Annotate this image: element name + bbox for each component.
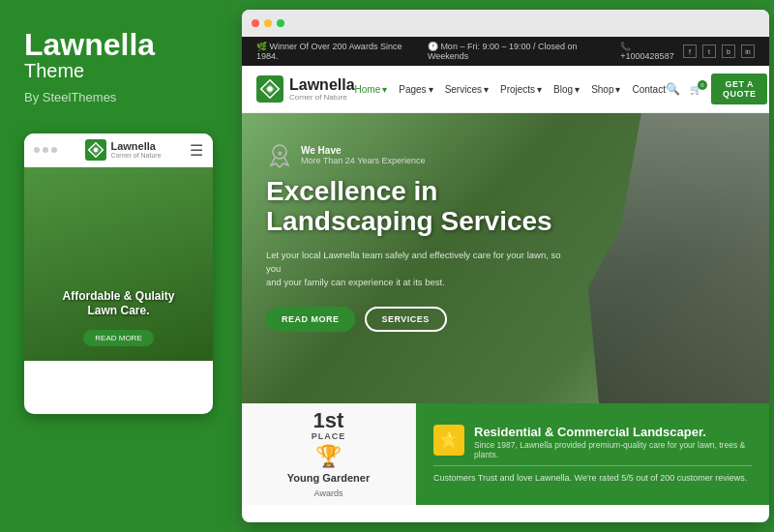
hero-read-more-button[interactable]: READ MORE	[266, 307, 355, 332]
social-linkedin-icon[interactable]: in	[741, 44, 755, 58]
search-icon[interactable]: 🔍	[666, 82, 680, 96]
wreath-icon: 🏆	[315, 446, 342, 467]
mobile-logo-text: Lawnella	[110, 141, 161, 152]
mobile-hero: Affordable & QulaityLawn Care. READ MORE	[24, 167, 213, 361]
mobile-dot-2	[43, 147, 48, 153]
nav-actions: 🔍 🛒 0 GET A QUOTE	[666, 74, 768, 104]
hero-main-title: Excellence inLandscaping Services	[266, 177, 576, 237]
star-icon: ⭐	[439, 430, 459, 449]
hero-content: ★ We Have More Than 24 Years Experience …	[242, 113, 769, 361]
browser-close-dot[interactable]	[252, 19, 259, 27]
left-panel: Lawnella Theme By SteelThemes Lawnella C…	[0, 0, 232, 532]
award-sub: Awards	[314, 488, 343, 498]
mobile-logo: Lawnella Corner of Nature	[85, 139, 161, 161]
hero-award-title: We Have	[301, 145, 425, 156]
topbar-left: 🌿 Winner Of Over 200 Awards Since 1984. …	[256, 42, 683, 61]
svg-point-1	[94, 148, 98, 152]
award-place-label: PLACE	[312, 431, 346, 441]
hero-description: Let your local Lawnella team safely and …	[266, 249, 566, 290]
nav-item-projects[interactable]: Projects ▾	[500, 84, 542, 95]
svg-text:★: ★	[277, 150, 283, 157]
mobile-read-more-button[interactable]: READ MORE	[83, 330, 153, 346]
brand-type: Theme	[24, 60, 208, 82]
get-quote-button[interactable]: GET A QUOTE	[711, 74, 768, 104]
nav-item-shop[interactable]: Shop ▾	[591, 84, 620, 95]
award-place-number: 1st	[312, 410, 346, 431]
mobile-dot-1	[34, 147, 40, 153]
hero-award-badge: ★ We Have More Than 24 Years Experience	[266, 142, 745, 169]
nav-menu: Home ▾ Pages ▾ Services ▾ Projects ▾ Blo…	[355, 84, 666, 95]
res-title: Residential & Commercial Landscaper.	[474, 425, 752, 440]
cart-badge: 0	[698, 80, 707, 90]
res-since: Since 1987, Lawnella provided premium-qu…	[474, 440, 752, 459]
hero-buttons: READ MORE SERVICES	[266, 307, 745, 332]
svg-point-3	[267, 86, 273, 92]
res-card-header: ⭐ Residential & Commercial Landscaper. S…	[433, 425, 752, 459]
nav-item-home[interactable]: Home ▾	[355, 84, 388, 95]
browser-minimize-dot[interactable]	[264, 19, 272, 27]
social-facebook-icon[interactable]: f	[683, 44, 697, 58]
right-panel: 🌿 Winner Of Over 200 Awards Since 1984. …	[242, 10, 769, 522]
nav-item-blog[interactable]: Blog ▾	[553, 84, 580, 95]
award-icon: ★	[266, 142, 293, 169]
nav-logo-text: Lawnella	[289, 77, 355, 93]
mobile-top-bar: Lawnella Corner of Nature ☰	[24, 133, 213, 167]
site-nav: Lawnella Corner of Nature Home ▾ Pages ▾…	[242, 66, 769, 113]
brand-by: By SteelThemes	[24, 90, 208, 104]
hero-award-sub: More Than 24 Years Experience	[301, 156, 425, 167]
residential-card: ⭐ Residential & Commercial Landscaper. S…	[416, 403, 769, 505]
browser-chrome	[242, 10, 769, 37]
nav-item-contact[interactable]: Contact	[632, 84, 665, 95]
mobile-mockup: Lawnella Corner of Nature ☰ Affordable &…	[24, 133, 213, 414]
mobile-logo-sub: Corner of Nature	[110, 152, 161, 159]
mobile-hero-content: Affordable & QulaityLawn Care. READ MORE	[62, 289, 174, 346]
award-card: 1st PLACE 🏆 Young Gardener Awards	[242, 403, 416, 505]
mobile-dot-3	[51, 147, 57, 153]
nav-item-pages[interactable]: Pages ▾	[399, 84, 432, 95]
award-place: 1st PLACE	[312, 410, 346, 441]
topbar-award: 🌿 Winner Of Over 200 Awards Since 1984.	[256, 42, 416, 61]
mobile-hamburger[interactable]: ☰	[190, 141, 203, 160]
res-star-badge: ⭐	[433, 425, 464, 456]
topbar-right: f t b in	[683, 44, 755, 58]
res-review: Customers Trust and love Lawnella. We're…	[433, 472, 752, 485]
site-hero: ★ We Have More Than 24 Years Experience …	[242, 113, 769, 403]
bottom-cards: 1st PLACE 🏆 Young Gardener Awards ⭐ Resi…	[242, 403, 769, 505]
cart-icon[interactable]: 🛒 0	[690, 84, 701, 95]
res-divider	[433, 465, 752, 466]
nav-logo-sub: Corner of Nature	[289, 93, 355, 102]
site-topbar: 🌿 Winner Of Over 200 Awards Since 1984. …	[242, 37, 769, 66]
browser-maximize-dot[interactable]	[277, 19, 284, 27]
nav-item-services[interactable]: Services ▾	[445, 84, 489, 95]
mobile-logo-icon	[85, 139, 106, 161]
hero-services-button[interactable]: SERVICES	[365, 307, 447, 332]
nav-logo: Lawnella Corner of Nature	[256, 75, 355, 103]
social-behance-icon[interactable]: b	[722, 44, 735, 58]
award-name: Young Gardener	[287, 472, 370, 484]
topbar-phone: 📞 +1000428587	[620, 42, 683, 61]
mobile-dots	[34, 147, 57, 153]
mobile-hero-text: Affordable & QulaityLawn Care.	[62, 289, 174, 319]
brand-name: Lawnella	[24, 29, 208, 60]
social-twitter-icon[interactable]: t	[702, 44, 716, 58]
topbar-hours: 🕐 Mon – Fri: 9:00 – 19:00 / Closed on We…	[428, 42, 609, 61]
nav-logo-icon	[256, 75, 283, 103]
